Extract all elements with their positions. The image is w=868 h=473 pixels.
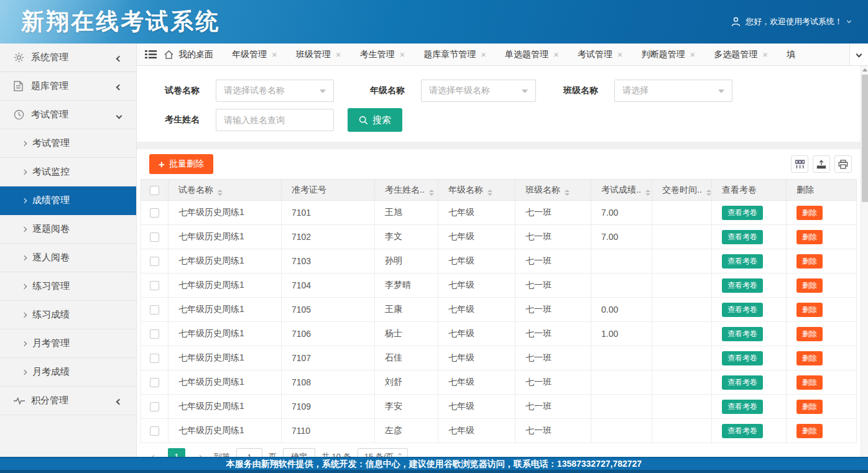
close-icon[interactable]: × [336, 50, 341, 59]
sidebar-group-exam[interactable]: 考试管理 [0, 101, 136, 129]
tab-单选题管理[interactable]: 单选题管理× [505, 49, 559, 60]
row-checkbox[interactable] [150, 354, 159, 363]
user-menu[interactable]: 您好，欢迎使用考试系统！ [731, 16, 851, 27]
view-paper-button[interactable]: 查看考卷 [722, 303, 763, 317]
sort-icon[interactable] [706, 190, 711, 196]
tab-题库章节管理[interactable]: 题库章节管理× [423, 49, 486, 60]
batch-delete-button[interactable]: + 批量删除 [149, 154, 213, 174]
delete-row-button[interactable]: 删除 [796, 424, 823, 438]
scrollbar-thumb[interactable] [862, 75, 868, 202]
delete-row-button[interactable]: 删除 [796, 400, 823, 414]
select-all-checkbox[interactable] [150, 186, 159, 195]
row-checkbox[interactable] [150, 378, 159, 387]
view-paper-button[interactable]: 查看考卷 [722, 351, 763, 365]
close-icon[interactable]: × [400, 50, 405, 59]
close-icon[interactable]: × [272, 50, 277, 59]
tab-年级管理[interactable]: 年级管理× [232, 49, 277, 60]
sidebar-group-points[interactable]: 积分管理 [0, 387, 136, 415]
close-icon[interactable]: × [762, 50, 768, 59]
row-checkbox[interactable] [150, 232, 159, 242]
sort-icon[interactable] [429, 190, 434, 196]
scroll-up-arrow[interactable] [861, 66, 868, 74]
view-paper-button[interactable]: 查看考卷 [722, 400, 763, 414]
view-paper-button[interactable]: 查看考卷 [722, 254, 763, 269]
next-page-button[interactable] [192, 449, 208, 457]
tab-班级管理[interactable]: 班级管理× [296, 49, 341, 60]
tab-我的桌面[interactable]: 我的桌面 [164, 49, 213, 60]
delete-row-button[interactable]: 删除 [796, 375, 823, 390]
prev-page-button[interactable] [145, 449, 162, 457]
per-page-select[interactable]: 15 条/页 [358, 448, 409, 457]
column-header-年级名称[interactable]: 年级名称 [438, 180, 515, 201]
sort-icon[interactable] [487, 190, 492, 196]
toggle-columns-button[interactable] [791, 155, 808, 173]
sort-icon[interactable] [645, 190, 650, 196]
row-checkbox[interactable] [150, 305, 159, 315]
column-header-考试成绩..[interactable]: 考试成绩.. [591, 180, 652, 201]
tab-overflow-button[interactable] [849, 44, 868, 65]
sidebar-item-逐人阅卷[interactable]: 逐人阅卷 [0, 244, 136, 272]
close-icon[interactable]: × [690, 50, 696, 59]
tab-多选题管理[interactable]: 多选题管理× [714, 49, 768, 60]
delete-row-button[interactable]: 删除 [796, 303, 823, 317]
view-paper-button[interactable]: 查看考卷 [722, 230, 763, 244]
view-paper-button[interactable]: 查看考卷 [722, 206, 763, 220]
sidebar-item-考试监控[interactable]: 考试监控 [0, 158, 136, 186]
sidebar-item-成绩管理[interactable]: 成绩管理 [0, 186, 136, 215]
print-button[interactable] [834, 155, 852, 173]
column-header-班级名称[interactable]: 班级名称 [515, 180, 591, 201]
class-name-select[interactable]: 请选择 [614, 80, 732, 102]
view-paper-button[interactable]: 查看考卷 [722, 278, 763, 293]
view-paper-button[interactable]: 查看考卷 [722, 424, 763, 438]
view-paper-button[interactable]: 查看考卷 [722, 327, 763, 341]
tab-考试管理[interactable]: 考试管理× [578, 49, 623, 60]
sidebar-item-练习管理[interactable]: 练习管理 [0, 272, 136, 301]
student-name-input[interactable] [216, 109, 334, 131]
delete-row-button[interactable]: 删除 [796, 327, 823, 341]
goto-page-input[interactable] [236, 448, 262, 457]
delete-row-button[interactable]: 删除 [796, 230, 823, 244]
delete-row-button[interactable]: 删除 [796, 351, 823, 365]
sidebar-item-考试管理[interactable]: 考试管理 [0, 129, 136, 158]
row-checkbox[interactable] [150, 402, 159, 411]
sidebar-item-练习成绩[interactable]: 练习成绩 [0, 301, 136, 329]
tab-label: 多选题管理 [714, 49, 757, 60]
paper-name-select[interactable]: 请选择试卷名称 [216, 80, 334, 102]
vertical-scrollbar[interactable] [861, 66, 868, 457]
column-header-考生姓名..[interactable]: 考生姓名.. [375, 180, 438, 201]
close-icon[interactable]: × [617, 50, 623, 59]
tab-填[interactable]: 填 [787, 49, 795, 60]
delete-row-button[interactable]: 删除 [796, 254, 823, 269]
sidebar-group-question-bank[interactable]: 题库管理 [0, 72, 136, 101]
tab-label: 单选题管理 [505, 49, 548, 60]
confirm-page-button[interactable]: 确定 [283, 448, 315, 457]
current-page-button[interactable]: 1 [168, 448, 185, 457]
column-header-交卷时间..[interactable]: 交卷时间.. [652, 180, 712, 201]
search-button[interactable]: 搜索 [348, 108, 402, 132]
sidebar-item-月考管理[interactable]: 月考管理 [0, 329, 136, 358]
collapse-menu-icon[interactable] [137, 50, 164, 59]
row-checkbox[interactable] [150, 426, 159, 436]
row-checkbox[interactable] [150, 208, 159, 218]
sort-icon[interactable] [565, 190, 570, 196]
tab-考生管理[interactable]: 考生管理× [360, 49, 405, 60]
sort-icon[interactable] [218, 190, 223, 196]
sidebar-item-月考成绩[interactable]: 月考成绩 [0, 358, 136, 387]
delete-row-button[interactable]: 删除 [796, 278, 823, 293]
export-button[interactable] [813, 155, 830, 173]
close-icon[interactable]: × [481, 50, 486, 59]
sidebar-group-system[interactable]: 系统管理 [0, 44, 136, 72]
column-header-试卷名称[interactable]: 试卷名称 [169, 180, 282, 201]
grade-name-select[interactable]: 请选择年级名称 [421, 80, 536, 102]
tab-判断题管理[interactable]: 判断题管理× [642, 49, 696, 60]
row-checkbox[interactable] [150, 329, 159, 339]
cell-paper-name: 七年级历史周练1 [169, 419, 282, 443]
view-paper-button[interactable]: 查看考卷 [722, 375, 763, 390]
delete-row-button[interactable]: 删除 [796, 206, 823, 220]
close-icon[interactable]: × [553, 50, 559, 59]
cell-ticket-number: 7104 [282, 273, 375, 298]
row-checkbox[interactable] [150, 281, 159, 290]
row-checkbox[interactable] [150, 257, 159, 266]
chevron-right-icon [22, 227, 26, 231]
sidebar-item-逐题阅卷[interactable]: 逐题阅卷 [0, 215, 136, 244]
